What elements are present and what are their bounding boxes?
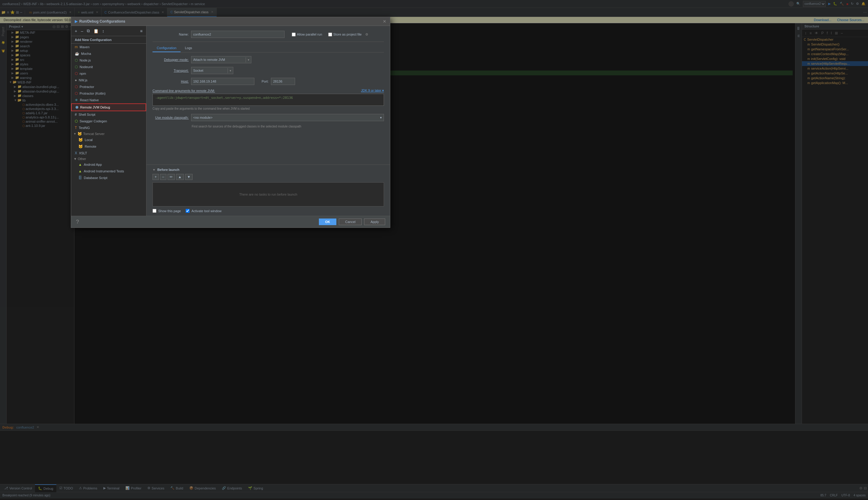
sort-config-button[interactable]: ↕	[101, 28, 105, 34]
allow-parallel-run-checkbox[interactable]	[292, 33, 296, 36]
maven-config-icon: m	[75, 45, 78, 49]
before-launch-expand-icon[interactable]: ▼	[152, 168, 156, 171]
config-item-android-tests[interactable]: ▲ Android Instrumented Tests	[71, 168, 146, 174]
module-classpath-section: Use module classpath: <no module> ▾ Firs…	[152, 114, 384, 128]
config-item-shell-script[interactable]: # Shell Script	[71, 111, 146, 118]
cmd-args-hint: Copy and paste the arguments to the comm…	[152, 107, 384, 110]
config-item-nodejs[interactable]: ⬡ Node.js	[71, 57, 146, 64]
debugger-mode-row: Debugger mode: Attach to remote JVM ▾	[152, 56, 384, 63]
testng-config-icon: T	[75, 126, 77, 130]
port-input[interactable]	[271, 78, 295, 85]
move-config-up-button[interactable]: 📋	[92, 28, 100, 34]
module-classpath-select[interactable]: <no module> ▾	[191, 114, 384, 121]
tab-logs[interactable]: Logs	[181, 44, 196, 52]
store-settings-icon[interactable]: ⚙	[365, 33, 368, 36]
before-launch-toolbar: + – ✏ ▲ ▼	[152, 174, 384, 180]
dialog-footer: ? OK Cancel Apply	[71, 216, 390, 228]
nwjs-config-icon: ●	[75, 78, 77, 82]
host-port-row: Host: Port:	[152, 78, 384, 85]
config-item-react-native[interactable]: ⚛ React Native	[71, 97, 146, 103]
name-label: Name:	[152, 33, 189, 36]
module-classpath-row: Use module classpath: <no module> ▾	[152, 114, 384, 121]
react-config-icon: ⚛	[75, 98, 78, 102]
module-select-arrow: ▾	[380, 116, 382, 120]
jdk-link[interactable]: JDK 9 or later ▾	[361, 89, 384, 92]
cmd-args-display: -agentlib:jdwp=transport=dt_socket,serve…	[152, 94, 384, 106]
config-item-android-app[interactable]: ▲ Android App	[71, 161, 146, 168]
dialog-apply-button[interactable]: Apply	[364, 218, 385, 225]
dialog-body: + – ⧉ 📋 ↕ ≡ Add New Configuration m Mave…	[71, 26, 390, 216]
allow-parallel-run-label: Allow parallel run	[297, 33, 322, 36]
before-launch-add-button[interactable]: +	[152, 174, 159, 180]
dialog-footer-buttons: OK Cancel Apply	[319, 218, 385, 225]
config-item-protractor-kotlin[interactable]: ⬡ Protractor (Kotlin)	[71, 90, 146, 97]
activate-tool-window-checkbox[interactable]	[186, 209, 190, 213]
before-launch-remove-button[interactable]: –	[160, 174, 167, 180]
config-item-remote-jvm-debug[interactable]: ⬢ Remote JVM Debug	[71, 103, 146, 111]
debugger-mode-select[interactable]: Attach to remote JVM ▾	[191, 56, 251, 63]
add-config-label: Add New Configuration	[71, 36, 146, 44]
tomcat-remote-icon: 🐱	[78, 144, 83, 149]
dialog-cancel-button[interactable]: Cancel	[339, 218, 362, 225]
dialog-left-toolbar: + – ⧉ 📋 ↕ ≡	[71, 26, 146, 36]
show-this-page-label: Show this page	[158, 209, 181, 213]
dialog-titlebar: ▶ Run/Debug Configurations ✕	[71, 17, 390, 26]
shell-config-icon: #	[75, 112, 77, 117]
config-item-maven[interactable]: m Maven	[71, 44, 146, 50]
module-classpath-label: Use module classpath:	[152, 116, 189, 120]
host-label: Host:	[152, 80, 189, 83]
add-config-button[interactable]: +	[73, 28, 78, 34]
show-this-page-checkbox[interactable]	[152, 209, 157, 213]
transport-select[interactable]: Socket ▾	[191, 67, 233, 74]
remove-config-button[interactable]: –	[80, 28, 84, 34]
host-input[interactable]	[191, 78, 254, 85]
transport-label: Transport:	[152, 69, 189, 72]
protractor-kotlin-config-icon: ⬡	[75, 91, 78, 95]
dialog-ok-button[interactable]: OK	[319, 218, 336, 225]
config-item-protractor[interactable]: ⬡ Protractor	[71, 83, 146, 90]
before-launch-down-button[interactable]: ▼	[185, 174, 193, 180]
config-item-tomcat-local[interactable]: 🐱 Local	[71, 137, 146, 143]
before-launch-header: ▼ Before launch	[152, 168, 384, 171]
copy-config-button[interactable]: ⧉	[85, 28, 91, 34]
dialog-icon: ▶	[75, 19, 78, 23]
mocha-config-icon: ☕	[75, 52, 79, 56]
before-launch-edit-button[interactable]: ✏	[168, 174, 175, 180]
tomcat-local-icon: 🐱	[78, 138, 83, 142]
android-app-icon: ▲	[78, 162, 82, 167]
config-item-nwjs[interactable]: ● NW.js	[71, 77, 146, 83]
config-item-tomcat-remote[interactable]: 🐱 Remote	[71, 143, 146, 150]
config-item-swagger[interactable]: ⬡ Swagger Codegen	[71, 118, 146, 124]
store-as-project-file-checkbox[interactable]	[328, 33, 332, 36]
tomcat-group-expand-icon[interactable]: ▼	[73, 132, 76, 135]
xslt-config-icon: X	[75, 151, 77, 155]
filter-config-button[interactable]: ≡	[139, 28, 144, 34]
dialog-config-form-panel: Name: Allow parallel run Store as projec…	[147, 26, 390, 216]
dialog-config-tabs: Configuration Logs	[152, 44, 384, 53]
config-item-xslt[interactable]: X XSLT	[71, 150, 146, 156]
dialog-help-button[interactable]: ?	[76, 219, 79, 225]
name-input[interactable]	[191, 31, 285, 38]
config-item-npm[interactable]: ⬡ npm	[71, 70, 146, 77]
cmd-args-section: Command line arguments for remote JVM: J…	[152, 89, 384, 110]
transport-row: Transport: Socket ▾	[152, 67, 384, 74]
before-launch-footer: Show this page Activate tool window	[152, 209, 384, 213]
config-item-nodeunit[interactable]: ⬡ Nodeunit	[71, 64, 146, 70]
nodeunit-config-icon: ⬡	[75, 65, 78, 69]
config-item-testng[interactable]: T TestNG	[71, 124, 146, 131]
protractor-config-icon: ⬡	[75, 85, 78, 89]
tomcat-server-group: ▼ 🐱 Tomcat Server	[71, 131, 146, 137]
dialog-form: Name: Allow parallel run Store as projec…	[147, 26, 390, 164]
modal-overlay: ▶ Run/Debug Configurations ✕ + – ⧉ 📋 ↕ ≡…	[0, 0, 868, 499]
swagger-config-icon: ⬡	[75, 119, 78, 123]
dialog-close-button[interactable]: ✕	[383, 19, 386, 24]
before-launch-up-button[interactable]: ▲	[176, 174, 184, 180]
tab-configuration[interactable]: Configuration	[152, 44, 181, 52]
config-item-mocha[interactable]: ☕ Mocha	[71, 50, 146, 57]
before-launch-empty-area: There are no tasks to run before launch	[152, 182, 384, 206]
module-classpath-hint: First search for sources of the debugged…	[192, 125, 384, 128]
tomcat-group-icon: 🐱	[78, 132, 82, 136]
npm-config-icon: ⬡	[75, 71, 78, 76]
before-launch-label: Before launch	[157, 168, 179, 171]
config-item-db-script[interactable]: 🗄 Database Script	[71, 174, 146, 181]
